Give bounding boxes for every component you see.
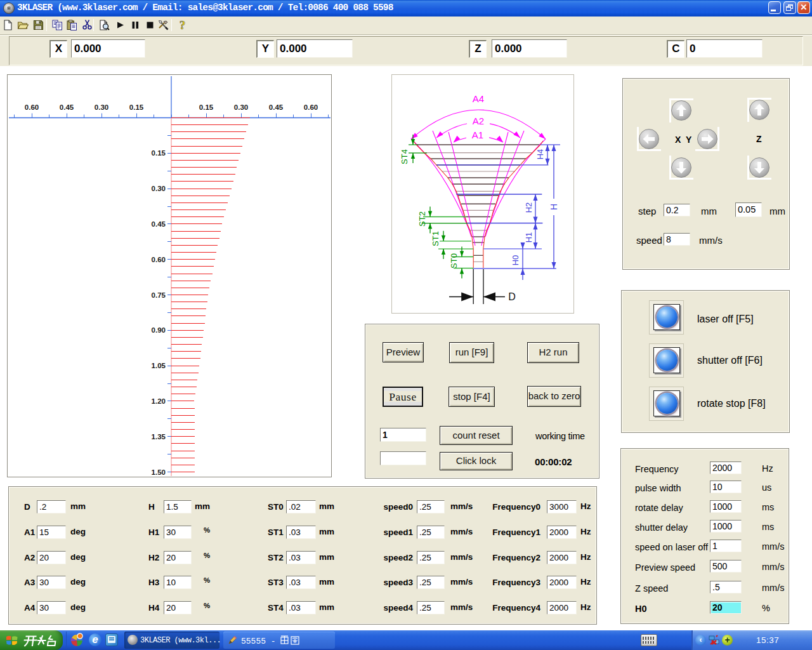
svg-text:0.75: 0.75 bbox=[152, 291, 166, 299]
svg-text:?: ? bbox=[180, 20, 186, 30]
svg-text:H: H bbox=[549, 204, 559, 210]
svg-text:A4: A4 bbox=[473, 93, 484, 104]
svg-text:H4: H4 bbox=[535, 149, 545, 160]
svg-text:0.15: 0.15 bbox=[199, 103, 214, 111]
svg-text:1.35: 1.35 bbox=[152, 433, 166, 441]
svg-text:1.20: 1.20 bbox=[152, 397, 166, 405]
svg-text:1.50: 1.50 bbox=[152, 468, 166, 476]
svg-text:A2: A2 bbox=[473, 116, 484, 126]
svg-text:0.60: 0.60 bbox=[304, 103, 318, 111]
svg-text:A1: A1 bbox=[472, 129, 483, 140]
svg-text:0.15: 0.15 bbox=[152, 149, 166, 157]
svg-text:0.30: 0.30 bbox=[152, 185, 166, 192]
svg-text:ST4: ST4 bbox=[400, 149, 409, 164]
svg-text:1.05: 1.05 bbox=[152, 362, 166, 369]
svg-text:0.45: 0.45 bbox=[152, 220, 166, 228]
svg-text:D: D bbox=[508, 291, 516, 302]
svg-text:0.60: 0.60 bbox=[152, 256, 166, 263]
svg-text:0.15: 0.15 bbox=[129, 103, 144, 111]
svg-text:H0: H0 bbox=[511, 255, 520, 266]
svg-text:0.45: 0.45 bbox=[60, 103, 74, 111]
svg-text:0.90: 0.90 bbox=[152, 326, 166, 334]
svg-text:0.45: 0.45 bbox=[269, 103, 284, 111]
svg-text:ST2: ST2 bbox=[417, 211, 427, 227]
svg-text:ST0: ST0 bbox=[449, 253, 459, 269]
svg-text:0.30: 0.30 bbox=[95, 103, 108, 111]
svg-text:ST1: ST1 bbox=[431, 231, 440, 246]
svg-text:0.30: 0.30 bbox=[234, 103, 248, 111]
svg-text:H2: H2 bbox=[524, 202, 534, 213]
svg-text:H1: H1 bbox=[524, 232, 534, 243]
svg-text:0.60: 0.60 bbox=[25, 103, 39, 111]
